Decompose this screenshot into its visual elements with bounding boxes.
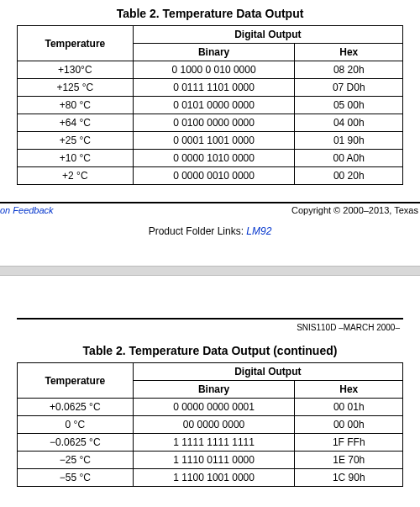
table-row: +0.0625 °C 0 0000 0000 0001 00 01h (18, 399, 403, 416)
table2-header-binary: Binary (133, 381, 295, 399)
table1-header-temp: Temperature (18, 26, 134, 61)
cell-temp: +2 °C (18, 167, 134, 185)
doc-id: SNIS110D –MARCH 2000– (17, 323, 403, 337)
table-row: +25 °C 0 0001 1001 0000 01 90h (18, 132, 403, 150)
cell-hex: 04 00h (295, 114, 403, 132)
cell-hex: 01 90h (295, 132, 403, 150)
page2-header-rule (17, 318, 403, 320)
cell-binary: 0 0000 0010 0000 (133, 167, 295, 185)
cell-hex: 1F FFh (295, 434, 403, 452)
cell-binary: 0 0000 0000 0001 (133, 399, 295, 416)
page-gap-space (0, 249, 420, 266)
cell-binary: 0 0001 1001 0000 (133, 132, 295, 150)
cell-temp: +0.0625 °C (18, 399, 134, 416)
cell-binary: 1 1111 1111 1111 (133, 434, 295, 452)
table2-header-row-1: Temperature Digital Output (18, 363, 403, 381)
cell-hex: 00 01h (295, 399, 403, 416)
table-row: +80 °C 0 0101 0000 0000 05 00h (18, 97, 403, 114)
feedback-link[interactable]: on Feedback (0, 205, 54, 215)
cell-temp: +80 °C (18, 97, 134, 114)
cell-hex: 07 D0h (295, 79, 403, 97)
cell-temp: −0.0625 °C (18, 434, 134, 452)
table-row: −0.0625 °C 1 1111 1111 1111 1F FFh (18, 434, 403, 452)
table2-caption: Table 2. Temperature Data Output (contin… (17, 344, 403, 357)
cell-binary: 0 1000 0 010 0000 (133, 61, 295, 79)
table-row: +10 °C 0 0000 1010 0000 00 A0h (18, 150, 403, 167)
copyright-text: Copyright © 2000–2013, Texas (291, 205, 418, 215)
product-folder-prefix: Product Folder Links: (149, 225, 247, 237)
table2: Temperature Digital Output Binary Hex +0… (17, 362, 403, 487)
cell-temp: +64 °C (18, 114, 134, 132)
cell-binary: 00 0000 0000 (133, 416, 295, 434)
cell-temp: +125 °C (18, 79, 134, 97)
cell-temp: −55 °C (18, 469, 134, 487)
table-row: +64 °C 0 0100 0000 0000 04 00h (18, 114, 403, 132)
product-folder-links: Product Folder Links: LM92 (0, 225, 420, 237)
cell-temp: −25 °C (18, 452, 134, 469)
table2-header-hex: Hex (295, 381, 403, 399)
table-row: +130°C 0 1000 0 010 0000 08 20h (18, 61, 403, 79)
cell-binary: 0 0101 0000 0000 (133, 97, 295, 114)
table2-header-temp: Temperature (18, 363, 134, 399)
cell-temp: +25 °C (18, 132, 134, 150)
cell-binary: 1 1110 0111 0000 (133, 452, 295, 469)
cell-hex: 05 00h (295, 97, 403, 114)
table-row: 0 °C 00 0000 0000 00 00h (18, 416, 403, 434)
table-row: −25 °C 1 1110 0111 0000 1E 70h (18, 452, 403, 469)
table1-caption: Table 2. Temperature Data Output (17, 7, 403, 20)
cell-hex: 1E 70h (295, 452, 403, 469)
cell-hex: 00 A0h (295, 150, 403, 167)
page-separator (0, 266, 420, 276)
cell-binary: 1 1100 1001 0000 (133, 469, 295, 487)
page-2: SNIS110D –MARCH 2000– Table 2. Temperatu… (0, 318, 420, 495)
cell-binary: 0 0111 1101 0000 (133, 79, 295, 97)
cell-hex: 1C 90h (295, 469, 403, 487)
table-row: +2 °C 0 0000 0010 0000 00 20h (18, 167, 403, 185)
page-1: Table 2. Temperature Data Output Tempera… (0, 7, 420, 193)
cell-hex: 08 20h (295, 61, 403, 79)
cell-temp: +10 °C (18, 150, 134, 167)
cell-hex: 00 00h (295, 416, 403, 434)
table1-header-row-1: Temperature Digital Output (18, 26, 403, 44)
cell-temp: 0 °C (18, 416, 134, 434)
cell-temp: +130°C (18, 61, 134, 79)
table2-header-digital: Digital Output (133, 363, 402, 381)
cell-binary: 0 0100 0000 0000 (133, 114, 295, 132)
cell-binary: 0 0000 1010 0000 (133, 150, 295, 167)
table1-header-binary: Binary (133, 44, 295, 61)
page-gap-space (0, 276, 420, 293)
cell-hex: 00 20h (295, 167, 403, 185)
page-footer: on Feedback Copyright © 2000–2013, Texas (0, 202, 420, 215)
table-row: +125 °C 0 0111 1101 0000 07 D0h (18, 79, 403, 97)
product-link-lm92[interactable]: LM92 (246, 225, 271, 237)
table1: Temperature Digital Output Binary Hex +1… (17, 25, 403, 185)
table-row: −55 °C 1 1100 1001 0000 1C 90h (18, 469, 403, 487)
table1-header-hex: Hex (295, 44, 403, 61)
table1-header-digital: Digital Output (133, 26, 402, 44)
